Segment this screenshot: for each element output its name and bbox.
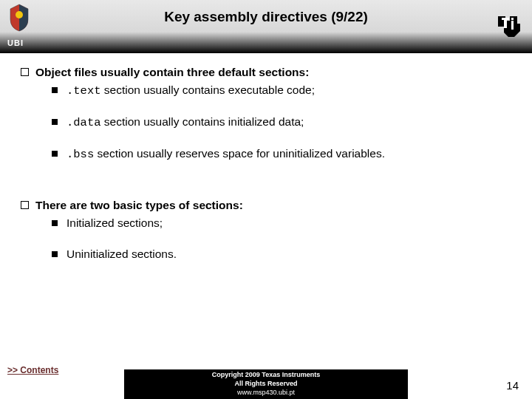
solid-square-icon — [52, 151, 58, 157]
page-number: 14 — [506, 379, 519, 392]
sub-bullet-text: .bss section usually reserves space for … — [66, 146, 385, 162]
sub-bullet: Uninitialized sections. — [21, 247, 511, 262]
copyright-line: Copyright 2009 Texas Instruments — [124, 371, 408, 380]
sub-bullet-text: Initialized sections; — [66, 216, 163, 231]
rights-line: All Rights Reserved — [124, 380, 408, 389]
sub-bullet-text: .text section usually contains executabl… — [66, 83, 315, 98]
bullet-heading-text: There are two basic types of sections: — [35, 198, 243, 213]
sub-bullet: .data section usually contains initializ… — [21, 115, 511, 130]
footer-url: www.msp430.ubi.pt — [124, 389, 408, 398]
slide-footer: >> Contents Copyright 2009 Texas Instrum… — [0, 366, 532, 399]
solid-square-icon — [52, 220, 58, 226]
sub-bullet-text: Uninitialized sections. — [66, 247, 177, 262]
hollow-square-icon — [21, 201, 29, 209]
sub-bullet: .text section usually contains executabl… — [21, 83, 511, 98]
bullet-heading-text: Object files usually contain three defau… — [35, 65, 309, 80]
svg-rect-2 — [502, 18, 509, 20]
ti-logo — [494, 10, 525, 41]
solid-square-icon — [52, 251, 58, 257]
copyright-bar: Copyright 2009 Texas Instruments All Rig… — [124, 369, 408, 399]
solid-square-icon — [52, 87, 58, 93]
solid-square-icon — [52, 119, 58, 125]
slide-header: UBI Key assembly directives (9/22) — [0, 0, 532, 53]
contents-link[interactable]: >> Contents — [7, 365, 58, 375]
sub-bullet: .bss section usually reserves space for … — [21, 146, 511, 162]
svg-rect-3 — [511, 21, 514, 30]
svg-rect-4 — [511, 18, 514, 20]
ubi-label: UBI — [7, 38, 24, 47]
slide-title: Key assembly directives (9/22) — [0, 9, 532, 25]
svg-point-0 — [16, 11, 23, 18]
sub-bullet: Initialized sections; — [21, 216, 511, 231]
sub-bullet-text: .data section usually contains initializ… — [66, 115, 304, 130]
slide-body: Object files usually contain three defau… — [0, 53, 532, 262]
ubi-crest-logo — [4, 3, 34, 33]
bullet-heading-1: Object files usually contain three defau… — [21, 65, 511, 80]
bullet-heading-2: There are two basic types of sections: — [21, 198, 511, 213]
hollow-square-icon — [21, 68, 29, 76]
